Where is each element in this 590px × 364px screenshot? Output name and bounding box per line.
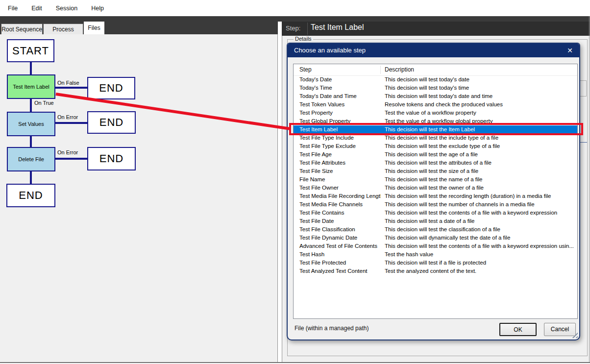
- step-list-row[interactable]: Test Item LabelThis decision will test t…: [294, 125, 577, 134]
- node-set-values[interactable]: Set Values: [7, 112, 55, 136]
- description-cell: This decision will test today's time: [381, 84, 577, 92]
- step-list-row[interactable]: Test File Type ExcludeThis decision will…: [294, 142, 577, 150]
- toolbar-band: [0, 16, 590, 22]
- step-list-row[interactable]: Test File OwnerThis decision will test t…: [294, 184, 577, 192]
- menu-bar: File Edit Session Help: [0, 0, 590, 16]
- description-cell: This decision will test the attributes o…: [381, 159, 577, 167]
- node-delete-file[interactable]: Delete File: [7, 147, 55, 171]
- connector-start-to-test: [30, 62, 32, 74]
- step-list-row[interactable]: Test File ProtectedThis decision will te…: [294, 259, 577, 267]
- node-test-item-label[interactable]: Test Item Label: [7, 74, 55, 99]
- step-list-row[interactable]: Today's DateThis decision will test toda…: [294, 75, 577, 84]
- step-list-header: Step Description: [294, 64, 577, 76]
- step-field-divider: [307, 23, 308, 35]
- step-list-row[interactable]: Test Global PropertyTest the value of a …: [294, 117, 577, 125]
- description-cell: This decision will test a date of a file: [381, 217, 577, 225]
- connector-setvalues-to-deletefile: [30, 136, 32, 147]
- step-list-row[interactable]: Test Analyzed Text ContentTest the analy…: [294, 267, 577, 275]
- window-border-right: [589, 16, 590, 362]
- step-cell: Test File Type Exclude: [294, 142, 381, 150]
- step-list-row[interactable]: Test HashTest the hash value: [294, 250, 577, 259]
- step-cell: Test File Classification: [294, 225, 381, 234]
- node-end-onfalse[interactable]: END: [87, 77, 135, 99]
- description-cell: Test the value of a workflow global prop…: [381, 117, 577, 125]
- node-end-onerror-1[interactable]: END: [87, 111, 136, 134]
- step-list-row[interactable]: Test Media File Recording LengthThis dec…: [294, 192, 577, 200]
- window-border-bottom: [0, 362, 590, 363]
- step-label: Step:: [286, 24, 300, 32]
- step-cell: Test Token Values: [294, 100, 381, 109]
- description-cell: This decision will test the contents of …: [381, 209, 577, 217]
- step-cell: Test Hash: [294, 250, 381, 259]
- node-end-onerror-2[interactable]: END: [87, 147, 136, 170]
- step-list-row[interactable]: Test File Type IncludeThis decision will…: [294, 134, 577, 142]
- step-list-row[interactable]: Test PropertyTest the value of a workflo…: [294, 109, 577, 117]
- dialog-footer-note: File (within a managed path): [295, 325, 369, 332]
- tab-root-sequence[interactable]: Root Sequence: [1, 24, 43, 34]
- step-cell: Today's Date and Time: [294, 92, 381, 100]
- description-cell: This decision will test today's date: [381, 75, 577, 84]
- step-cell: Test Item Label: [294, 125, 381, 134]
- edge-label-on-false: On False: [57, 80, 79, 86]
- close-icon[interactable]: ✕: [567, 44, 573, 57]
- edge-label-on-error-2: On Error: [57, 149, 78, 155]
- node-start[interactable]: START: [7, 39, 54, 62]
- edge-label-on-error-1: On Error: [57, 114, 78, 120]
- description-cell: This decision will test the name of a fi…: [381, 175, 577, 184]
- step-list-row[interactable]: File NameThis decision will test the nam…: [294, 175, 577, 184]
- description-cell: Test the analyzed content of the text.: [381, 267, 577, 275]
- connector-deletefile-to-end: [30, 171, 32, 184]
- step-list-row[interactable]: Test File ClassificationThis decision wi…: [294, 225, 577, 234]
- step-list-row[interactable]: Test File DateThis decision will test a …: [294, 217, 577, 225]
- description-cell: This decision will test the contents of …: [381, 242, 577, 250]
- step-cell: Test File Age: [294, 150, 381, 159]
- tab-process-folder[interactable]: Process Folder: [43, 24, 83, 34]
- step-list-row[interactable]: Test File AttributesThis decision will t…: [294, 159, 577, 167]
- step-list-body: Today's DateThis decision will test toda…: [294, 75, 577, 318]
- column-header-description[interactable]: Description: [381, 66, 577, 74]
- details-groupbox-label: Details: [294, 36, 313, 42]
- node-end-final[interactable]: END: [6, 184, 55, 207]
- tab-files[interactable]: Files: [84, 22, 104, 34]
- step-list-row[interactable]: Advanced Test of File ContentsThis decis…: [294, 242, 577, 250]
- dialog-title: Choose an available step: [288, 44, 579, 57]
- edge-label-on-true: On True: [34, 100, 54, 106]
- menu-edit[interactable]: Edit: [26, 3, 47, 14]
- description-cell: This decision will test the exclude type…: [381, 142, 577, 150]
- column-header-step[interactable]: Step: [294, 66, 381, 74]
- step-cell: Test Property: [294, 109, 381, 117]
- description-cell: This decision will test the include type…: [381, 134, 577, 142]
- step-cell: Today's Date: [294, 75, 381, 84]
- step-list-row[interactable]: Test File AgeThis decision will test the…: [294, 150, 577, 159]
- step-cell: Test Global Property: [294, 117, 381, 125]
- connector-test-to-setvalues: [30, 99, 32, 112]
- description-cell: This decision will test if a file is pro…: [381, 259, 577, 267]
- step-list-row[interactable]: Test File Dynamic DateThis decision will…: [294, 234, 577, 242]
- step-cell: Test File Size: [294, 167, 381, 175]
- ok-button[interactable]: OK: [499, 323, 537, 336]
- choose-step-dialog: Choose an available step ✕ Step Descript…: [287, 43, 580, 340]
- description-cell: This decision will test the size of a fi…: [381, 167, 577, 175]
- connector-onerror-1: [55, 122, 87, 124]
- step-cell: Test File Dynamic Date: [294, 234, 381, 242]
- step-cell: Test File Attributes: [294, 159, 381, 167]
- step-list-row[interactable]: Today's TimeThis decision will test toda…: [294, 84, 577, 92]
- connector-onerror-2: [55, 158, 87, 160]
- step-cell: Test File Type Include: [294, 134, 381, 142]
- step-list: Step Description Today's DateThis decisi…: [293, 64, 578, 319]
- step-list-row[interactable]: Test Token ValuesResolve tokens and chec…: [294, 100, 577, 109]
- menu-session[interactable]: Session: [51, 3, 82, 14]
- description-cell: Resolve tokens and check the produced va…: [381, 100, 577, 109]
- step-list-row[interactable]: Test File SizeThis decision will test th…: [294, 167, 577, 175]
- step-list-row[interactable]: Today's Date and TimeThis decision will …: [294, 92, 577, 100]
- menu-file[interactable]: File: [3, 3, 23, 14]
- step-cell: Advanced Test of File Contents: [294, 242, 381, 250]
- step-list-row[interactable]: Test Media File ChannelsThis decision wi…: [294, 200, 577, 209]
- step-cell: Test Media File Channels: [294, 200, 381, 209]
- description-cell: This decision will test today's date and…: [381, 92, 577, 100]
- step-list-row[interactable]: Test File ContainsThis decision will tes…: [294, 209, 577, 217]
- cancel-button[interactable]: Cancel: [544, 323, 576, 336]
- connector-onfalse: [55, 87, 87, 89]
- description-cell: Test the value of a workflow property: [381, 109, 577, 117]
- menu-help[interactable]: Help: [86, 3, 109, 14]
